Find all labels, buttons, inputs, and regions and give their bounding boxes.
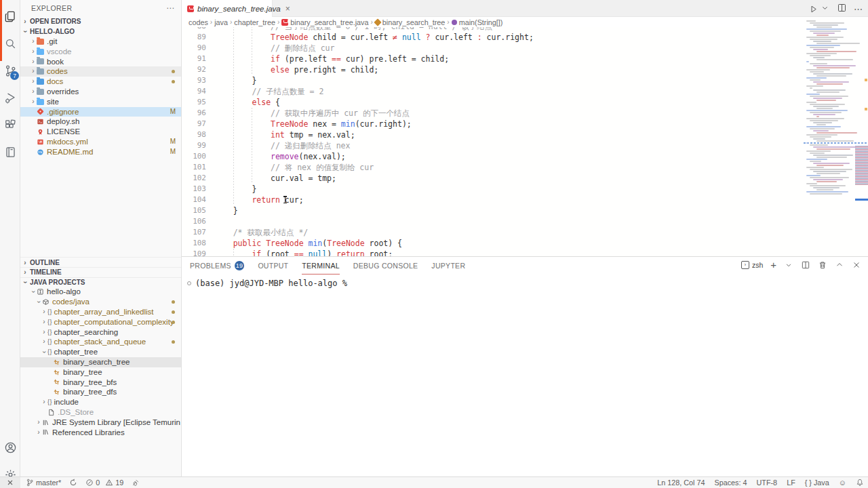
- status-eol[interactable]: LF: [787, 479, 795, 487]
- remote-indicator[interactable]: [0, 477, 20, 488]
- line-number[interactable]: 108: [182, 238, 206, 249]
- line-number[interactable]: 100: [182, 151, 206, 162]
- line-number[interactable]: 104: [182, 195, 206, 205]
- panel-tab-terminal[interactable]: TERMINAL: [302, 257, 340, 274]
- file-mkdocs-yml[interactable]: mkdocs.ymlM: [20, 137, 181, 147]
- chevron-down-icon[interactable]: [784, 260, 793, 270]
- java-binary-tree-bfs[interactable]: binary_tree_bfs: [20, 378, 181, 388]
- file-docs[interactable]: ›docs: [20, 77, 181, 87]
- panel-tab-output[interactable]: OUTPUT: [258, 257, 288, 274]
- sync-button[interactable]: [69, 479, 77, 487]
- line-number[interactable]: 95: [182, 97, 206, 108]
- close-icon[interactable]: ×: [285, 4, 290, 14]
- activity-item-search[interactable]: [0, 30, 20, 57]
- line-number[interactable]: 94: [182, 86, 206, 97]
- maximize-panel-icon[interactable]: [835, 260, 844, 270]
- file-readme-md[interactable]: README.mdM: [20, 147, 181, 157]
- java-chapter-array-and-linkedlist[interactable]: ›{ }chapter_array_and_linkedlist: [20, 307, 181, 317]
- git-branch-status[interactable]: master*: [26, 479, 61, 487]
- java-codes-java[interactable]: ›codes/java: [20, 297, 181, 307]
- status-encoding[interactable]: UTF-8: [757, 479, 778, 487]
- java-binary-tree[interactable]: binary_tree: [20, 367, 181, 378]
- terminal-output[interactable]: (base) jyd@JYD-MBP hello-algo %: [187, 279, 347, 288]
- java-binary-search-tree[interactable]: binary_search_tree: [20, 357, 181, 367]
- notifications-button[interactable]: [856, 479, 864, 487]
- status-indentation[interactable]: Spaces: 4: [715, 479, 747, 487]
- activity-item-run-debug[interactable]: [0, 84, 20, 111]
- activity-item-source-control[interactable]: 7: [0, 57, 20, 84]
- tab-binary-search-tree[interactable]: binary_search_tree.java ×: [182, 0, 273, 17]
- java-chapter-computational-complexity[interactable]: ›{ }chapter_computational_complexity: [20, 317, 181, 327]
- line-number[interactable]: 89: [182, 32, 206, 43]
- line-number[interactable]: 98: [182, 129, 206, 140]
- line-number[interactable]: 93: [182, 75, 206, 86]
- timeline-header[interactable]: ›TIMELINE: [20, 267, 181, 277]
- java-chapter-tree[interactable]: ›{ }chapter_tree: [20, 347, 181, 357]
- breadcrumb-item[interactable]: java: [214, 18, 228, 26]
- java-chapter-searching[interactable]: ›{ }chapter_searching: [20, 327, 181, 338]
- file-site[interactable]: ›site: [20, 97, 181, 107]
- line-number[interactable]: 101: [182, 162, 206, 173]
- line-number[interactable]: 99: [182, 140, 206, 151]
- panel-tab-jupyter[interactable]: JUPYTER: [431, 257, 465, 274]
- chevron-down-icon[interactable]: [820, 3, 830, 16]
- language-mode[interactable]: { } Java: [805, 479, 829, 487]
- code-editor[interactable]: 88// 当子结点数量 = 0 / 1 时, child = null / 该子…: [182, 27, 804, 256]
- kill-terminal-icon[interactable]: [818, 260, 827, 270]
- breadcrumb-item[interactable]: codes: [189, 18, 208, 26]
- file-deploy-sh[interactable]: deploy.sh: [20, 117, 181, 127]
- java-chapter-stack-and-queue[interactable]: ›{ }chapter_stack_and_queue: [20, 337, 181, 347]
- line-number[interactable]: 106: [182, 216, 206, 227]
- problems-status[interactable]: 0 19: [85, 479, 123, 487]
- status-cursor-position[interactable]: Ln 128, Col 74: [657, 479, 705, 487]
- line-number[interactable]: 105: [182, 205, 206, 216]
- line-number[interactable]: 91: [182, 54, 206, 64]
- split-editor-icon[interactable]: [837, 3, 847, 16]
- run-button[interactable]: [808, 4, 818, 14]
- open-editors-header[interactable]: ›OPEN EDITORS: [20, 16, 181, 26]
- breadcrumb-item[interactable]: binary_search_tree.java: [281, 18, 368, 26]
- java-include[interactable]: ›{ }include: [20, 397, 181, 407]
- feedback-button[interactable]: ☺: [839, 479, 846, 487]
- close-panel-icon[interactable]: [852, 260, 861, 270]
- shell-selector[interactable]: ›zsh: [741, 261, 763, 269]
- java-hello-algo[interactable]: ›hello-algo: [20, 287, 181, 297]
- line-number[interactable]: 88: [182, 27, 206, 32]
- file-codes[interactable]: ›codes: [20, 66, 181, 77]
- activity-item-account[interactable]: [0, 434, 20, 461]
- java-binary-tree-dfs[interactable]: binary_tree_dfs: [20, 387, 181, 397]
- activity-item-notebook[interactable]: [0, 138, 20, 165]
- java-projects-header[interactable]: ›JAVA PROJECTS: [20, 277, 181, 287]
- debug-status[interactable]: [132, 479, 140, 487]
- panel-tab-debug-console[interactable]: DEBUG CONSOLE: [353, 257, 418, 274]
- java-referenced-libraries[interactable]: ›Referenced Libraries: [20, 428, 181, 438]
- more-actions-icon[interactable]: ⋯: [166, 3, 174, 13]
- activity-item-explorer[interactable]: [0, 3, 20, 30]
- outline-header[interactable]: ›OUTLINE: [20, 257, 181, 267]
- line-number[interactable]: 107: [182, 227, 206, 238]
- line-number[interactable]: 102: [182, 173, 206, 184]
- line-number[interactable]: 90: [182, 43, 206, 54]
- line-number[interactable]: 109: [182, 249, 206, 256]
- new-terminal-button[interactable]: +: [770, 260, 776, 270]
- file-overrides[interactable]: ›overrides: [20, 87, 181, 97]
- java-jre-system-library-eclipse-temurin-17-17-[interactable]: ›JRE System Library [Eclipse Temurin 17 …: [20, 418, 181, 428]
- minimap[interactable]: [804, 19, 868, 256]
- line-number[interactable]: 92: [182, 64, 206, 75]
- file--git[interactable]: ›.git: [20, 37, 181, 47]
- root-folder-header[interactable]: ›HELLO-ALGO: [20, 26, 181, 37]
- breadcrumb-item[interactable]: chapter_tree: [234, 18, 275, 26]
- activity-item-extensions[interactable]: [0, 111, 20, 138]
- more-actions-icon[interactable]: ⋯: [854, 4, 863, 14]
- line-number[interactable]: 96: [182, 108, 206, 119]
- line-number[interactable]: 103: [182, 184, 206, 195]
- breadcrumb-item[interactable]: main(String[]): [452, 18, 503, 26]
- file-license[interactable]: LICENSE: [20, 127, 181, 137]
- file-vscode[interactable]: ›vscode: [20, 47, 181, 57]
- file--gitignore[interactable]: .gitignoreM: [20, 107, 181, 117]
- line-number[interactable]: 97: [182, 119, 206, 129]
- file-book[interactable]: ›book: [20, 57, 181, 67]
- java--ds-store[interactable]: .DS_Store: [20, 407, 181, 418]
- panel-tab-problems[interactable]: PROBLEMS19: [190, 257, 244, 274]
- breadcrumb-item[interactable]: binary_search_tree: [375, 18, 445, 26]
